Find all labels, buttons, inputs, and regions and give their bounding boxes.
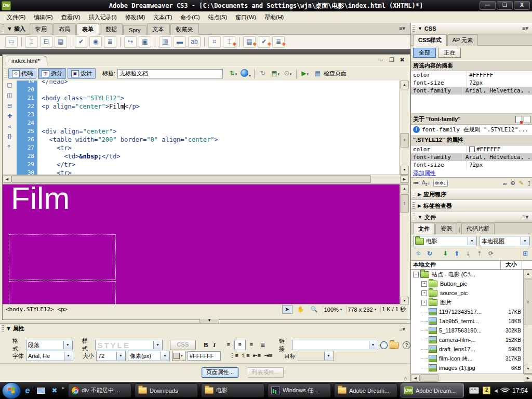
panel-resize-icon[interactable]: △ — [404, 376, 407, 381]
align-center-icon[interactable]: ≡ — [234, 340, 246, 350]
page-properties-button[interactable]: 页面属性... — [202, 367, 238, 378]
put-files-icon[interactable]: ⬆ — [451, 249, 462, 259]
minimize-button[interactable]: — — [480, 1, 496, 10]
menu-item[interactable]: 窗口(W) — [232, 12, 260, 23]
insert-tab[interactable]: 常用 — [30, 23, 52, 35]
split-view-button[interactable]: ◫ 拆分 — [38, 68, 66, 79]
scroll-down-icon[interactable]: ▼ — [524, 365, 532, 374]
tray-expand-icon[interactable]: ◀ — [494, 388, 498, 393]
tree-expander-icon[interactable]: + — [421, 300, 427, 305]
magnification-select[interactable]: 100%▾ — [323, 305, 343, 313]
file-field-icon[interactable]: ▥ — [159, 36, 171, 48]
insert-tab[interactable]: 文本 — [147, 23, 170, 35]
design-view-button[interactable]: ▣ 设计 — [68, 68, 96, 79]
menu-item[interactable]: 查看(V) — [58, 12, 84, 23]
menu-item[interactable]: 编辑(E) — [30, 12, 57, 23]
radio-button-icon[interactable]: ◉ — [89, 36, 102, 48]
check-page-icon[interactable]: ▦ — [312, 69, 323, 78]
file-row[interactable]: 1ab9b5_termi...18KB — [411, 316, 532, 326]
css-rule-row[interactable]: color#FFFFFF — [411, 145, 532, 153]
tab-snippets[interactable]: 代码片断 — [461, 223, 495, 234]
panel-grip[interactable] — [2, 325, 4, 332]
doc-restore-icon[interactable]: ❐ — [388, 57, 395, 63]
validate-markup-icon[interactable]: ▶▾ — [300, 69, 310, 78]
edit-style-icon[interactable]: ✎ — [519, 180, 524, 187]
panel-menu-icon[interactable]: ≡▾ — [399, 326, 407, 333]
document-title-input[interactable] — [117, 69, 223, 78]
expand-all-icon[interactable]: ✚ — [7, 113, 12, 119]
properties-header[interactable]: ▼ 属性 ≡▾ — [0, 324, 410, 333]
expand-panel-icon[interactable]: ⊞ — [520, 249, 530, 259]
scroll-thumb[interactable]: ⇕ — [400, 133, 409, 148]
column-local-files[interactable]: 本地文件 — [411, 261, 501, 269]
align-justify-icon[interactable]: ≣ — [257, 340, 269, 350]
design-film-text[interactable]: Film — [11, 183, 70, 216]
connect-remote-icon[interactable]: ⛗ — [413, 249, 423, 259]
menu-item[interactable]: 命令(C) — [177, 12, 203, 23]
code-view[interactable]: ▢ ◫ ⊟ ✚ « {} » 19</head>2021<body class=… — [3, 81, 409, 175]
insert-tab[interactable]: 布局 — [53, 23, 76, 35]
list-menu-icon[interactable]: ≣ — [104, 36, 116, 48]
css-summary-row[interactable]: font-size72px — [411, 79, 532, 87]
scroll-up-icon[interactable]: ▲ — [524, 270, 532, 278]
taskbar-button[interactable]: Downloads — [135, 383, 198, 397]
window-size-select[interactable]: 778 x 232▾ — [346, 305, 377, 313]
check-out-icon[interactable]: ⤓ — [463, 249, 473, 259]
align-right-icon[interactable]: ≡ — [246, 340, 257, 350]
doc-close-icon[interactable]: ✖ — [398, 57, 406, 63]
refresh-icon[interactable]: ↻ — [258, 69, 268, 78]
refresh-icon[interactable]: ↻ — [424, 249, 435, 259]
css-button[interactable]: CSS — [170, 340, 196, 350]
color-hex-input[interactable] — [188, 351, 221, 361]
tab-files[interactable]: 文件 — [413, 223, 435, 234]
restore-button[interactable]: ❐ — [497, 1, 513, 10]
scroll-right-icon[interactable]: ▶ — [524, 374, 532, 382]
spry-textarea-icon[interactable]: ▤ — [243, 36, 256, 48]
css-current-mode-button[interactable]: 正在 — [438, 48, 461, 58]
code-view-button[interactable]: ◇ 代码 — [8, 68, 36, 79]
view-options-icon[interactable]: ▤▾ — [270, 69, 281, 78]
panel-menu-icon[interactable]: ≡▾ — [522, 25, 530, 32]
show-cascade-icon[interactable] — [524, 116, 530, 123]
show-category-view-icon[interactable]: ≔ — [413, 180, 419, 187]
format-select[interactable]: 段落▼ — [26, 340, 73, 350]
panel-menu-icon[interactable]: ≡▾ — [399, 25, 407, 32]
hscroll-thumb[interactable] — [11, 175, 371, 183]
tag-selector[interactable]: <body.STYLE12> <p> — [6, 306, 68, 313]
preview-browser-icon[interactable]: ▾ — [241, 69, 251, 78]
get-files-icon[interactable]: ⬇ — [440, 249, 450, 259]
css-summary-row[interactable]: font-familyArial, Helvetica, ... — [411, 87, 532, 95]
indent-icon[interactable]: ⇥≡ — [262, 351, 274, 361]
tab-ap-elements[interactable]: AP 元素 — [447, 34, 478, 46]
help-tray-icon[interactable]: 2 — [483, 387, 490, 394]
file-management-icon[interactable]: ⇅▾ — [228, 69, 238, 78]
files-vertical-scrollbar[interactable]: ▲⇕▼ — [523, 270, 532, 374]
panel-grip[interactable] — [413, 213, 415, 221]
delete-css-rule-icon[interactable]: ▯ — [527, 180, 530, 187]
check-page-label[interactable]: 检查页面 — [324, 70, 347, 77]
panel-grip[interactable] — [413, 202, 415, 210]
ordered-list-icon[interactable]: ⒈≡ — [240, 351, 251, 361]
tree-expander-icon[interactable]: + — [421, 281, 427, 287]
coding-more-icon[interactable]: » — [7, 144, 13, 148]
select-tool-icon[interactable]: ➤ — [282, 305, 292, 314]
panel-grip[interactable] — [2, 24, 4, 33]
menu-item[interactable]: 文本(T) — [150, 12, 176, 23]
text-color-swatch[interactable]: ▾ — [172, 351, 185, 361]
code-lines[interactable]: 19</head>2021<body class="STYLE12">22<p … — [17, 81, 400, 175]
spry-select-icon[interactable]: ≣ — [272, 36, 285, 48]
check-in-icon[interactable]: ⤒ — [474, 249, 485, 259]
label-icon[interactable]: ab — [188, 36, 201, 48]
css-rule-row[interactable]: font-size72px — [411, 161, 532, 169]
synchronize-icon[interactable]: ⟳ — [486, 249, 496, 259]
spry-text-field-icon[interactable]: ⌶ — [223, 36, 235, 48]
menu-item[interactable]: 文件(F) — [3, 12, 29, 23]
column-size[interactable]: 大小 — [501, 261, 522, 269]
view-select[interactable]: 本地视图▼ — [480, 236, 530, 246]
checkbox-icon[interactable]: ✔ — [75, 36, 87, 48]
fieldset-icon[interactable]: ⌗ — [208, 36, 221, 48]
spry-checkbox-icon[interactable]: ✔ — [258, 36, 270, 48]
show-list-view-icon[interactable]: Az↓ — [422, 180, 430, 187]
collapse-selection-icon[interactable]: ⊟ — [7, 102, 12, 109]
hand-tool-icon[interactable]: ✋ — [296, 305, 306, 314]
